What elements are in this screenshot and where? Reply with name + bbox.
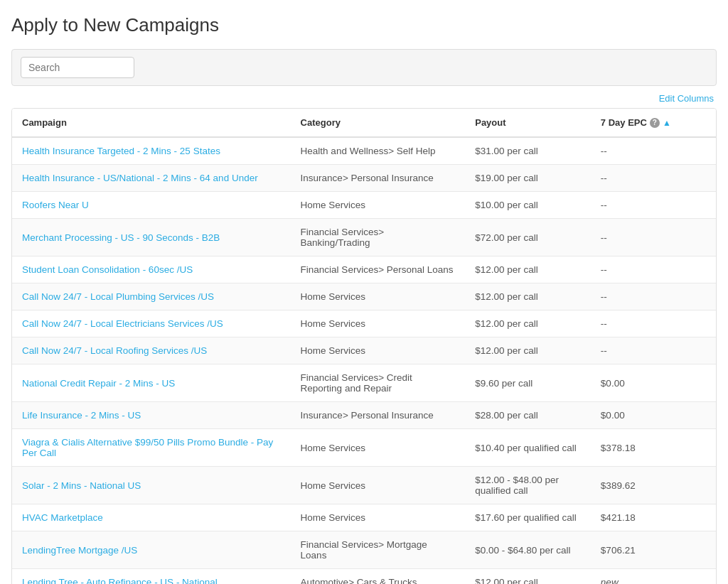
table-row: Viagra & Cialis Alternative $99/50 Pills… (12, 429, 716, 467)
7day-epc-cell: -- (591, 192, 681, 219)
extra-cell (681, 402, 716, 429)
payout-cell: $28.00 per call (465, 402, 591, 429)
7day-epc-help-icon[interactable]: ? (650, 118, 660, 128)
campaign-cell: Call Now 24/7 - Local Roofing Services /… (12, 337, 291, 364)
table-row: Call Now 24/7 - Local Roofing Services /… (12, 337, 716, 364)
campaign-link[interactable]: Student Loan Consolidation - 60sec /US (22, 264, 193, 275)
extra-cell (681, 219, 716, 256)
7day-epc-cell: $389.62 (591, 467, 681, 504)
payout-cell: $12.00 per call (465, 256, 591, 283)
campaign-cell: Roofers Near U (12, 192, 291, 219)
payout-cell: $12.00 per call (465, 569, 591, 585)
column-header-extra (681, 109, 716, 137)
7day-epc-cell: new (591, 569, 681, 585)
edit-columns-bar: Edit Columns (11, 93, 717, 104)
category-cell: Financial Services> Banking/Trading (291, 219, 466, 256)
extra-cell (681, 531, 716, 569)
table-row: Student Loan Consolidation - 60sec /USFi… (12, 256, 716, 283)
payout-cell: $10.00 per call (465, 192, 591, 219)
extra-cell (681, 429, 716, 467)
category-cell: Home Services (291, 192, 466, 219)
campaign-cell: Call Now 24/7 - Local Electricians Servi… (12, 310, 291, 337)
campaign-link[interactable]: Lending Tree - Auto Refinance - US - Nat… (22, 577, 218, 584)
payout-cell: $12.00 - $48.00 per qualified call (465, 467, 591, 504)
category-cell: Home Services (291, 283, 466, 310)
table-row: LendingTree Mortgage /USFinancial Servic… (12, 531, 716, 569)
search-input[interactable] (21, 57, 134, 78)
campaign-cell: LendingTree Mortgage /US (12, 531, 291, 569)
7day-epc-cell: -- (591, 219, 681, 256)
table-row: Solar - 2 Mins - National USHome Service… (12, 467, 716, 504)
campaign-link[interactable]: Merchant Processing - US - 90 Seconds - … (22, 232, 220, 243)
7day-epc-cell: $0.00 (591, 364, 681, 402)
category-cell: Financial Services> Credit Reporting and… (291, 364, 466, 402)
campaign-cell: National Credit Repair - 2 Mins - US (12, 364, 291, 402)
payout-cell: $10.40 per qualified call (465, 429, 591, 467)
category-cell: Home Services (291, 467, 466, 504)
category-cell: Insurance> Personal Insurance (291, 402, 466, 429)
payout-cell: $12.00 per call (465, 337, 591, 364)
table-row: National Credit Repair - 2 Mins - USFina… (12, 364, 716, 402)
extra-cell (681, 467, 716, 504)
campaign-link[interactable]: Call Now 24/7 - Local Roofing Services /… (22, 345, 207, 356)
page-container: Apply to New Campaigns Edit Columns Camp… (0, 0, 728, 584)
campaign-cell: Viagra & Cialis Alternative $99/50 Pills… (12, 429, 291, 467)
extra-cell (681, 569, 716, 585)
extra-cell (681, 165, 716, 192)
payout-cell: $12.00 per call (465, 283, 591, 310)
category-cell: Financial Services> Mortgage Loans (291, 531, 466, 569)
category-cell: Home Services (291, 504, 466, 531)
table-row: HVAC MarketplaceHome Services$17.60 per … (12, 504, 716, 531)
extra-cell (681, 364, 716, 402)
extra-cell (681, 337, 716, 364)
table-row: Roofers Near UHome Services$10.00 per ca… (12, 192, 716, 219)
category-cell: Health and Wellness> Self Help (291, 137, 466, 165)
payout-cell: $0.00 - $64.80 per call (465, 531, 591, 569)
campaign-cell: Health Insurance Targeted - 2 Mins - 25 … (12, 137, 291, 165)
payout-cell: $17.60 per qualified call (465, 504, 591, 531)
payout-cell: $9.60 per call (465, 364, 591, 402)
7day-epc-cell: $378.18 (591, 429, 681, 467)
table-header-row: Campaign Category Payout 7 Day EPC ? ▲ (12, 109, 716, 137)
7day-epc-sort-icon[interactable]: ▲ (663, 118, 671, 128)
payout-cell: $72.00 per call (465, 219, 591, 256)
campaign-link[interactable]: HVAC Marketplace (22, 512, 103, 523)
extra-cell (681, 192, 716, 219)
campaign-link[interactable]: Roofers Near U (22, 200, 89, 210)
campaigns-table: Campaign Category Payout 7 Day EPC ? ▲ (12, 109, 716, 584)
campaign-link[interactable]: Life Insurance - 2 Mins - US (22, 410, 141, 421)
7day-epc-cell: -- (591, 337, 681, 364)
campaign-link[interactable]: LendingTree Mortgage /US (22, 545, 137, 556)
campaign-link[interactable]: Call Now 24/7 - Local Electricians Servi… (22, 318, 223, 329)
edit-columns-link[interactable]: Edit Columns (659, 93, 714, 104)
campaign-cell: Student Loan Consolidation - 60sec /US (12, 256, 291, 283)
column-header-payout: Payout (465, 109, 591, 137)
7day-epc-cell: $421.18 (591, 504, 681, 531)
7day-epc-cell: -- (591, 283, 681, 310)
campaign-link[interactable]: Call Now 24/7 - Local Plumbing Services … (22, 291, 214, 302)
page-title: Apply to New Campaigns (11, 14, 717, 36)
extra-cell (681, 504, 716, 531)
campaign-cell: Solar - 2 Mins - National US (12, 467, 291, 504)
extra-cell (681, 283, 716, 310)
category-cell: Automotive> Cars & Trucks (291, 569, 466, 585)
7day-epc-cell: $706.21 (591, 531, 681, 569)
table-container: Campaign Category Payout 7 Day EPC ? ▲ (11, 108, 717, 584)
search-bar-wrapper (11, 49, 717, 86)
payout-cell: $19.00 per call (465, 165, 591, 192)
campaign-link[interactable]: National Credit Repair - 2 Mins - US (22, 378, 175, 389)
campaign-cell: Health Insurance - US/National - 2 Mins … (12, 165, 291, 192)
campaign-cell: Lending Tree - Auto Refinance - US - Nat… (12, 569, 291, 585)
campaign-link[interactable]: Viagra & Cialis Alternative $99/50 Pills… (22, 437, 273, 458)
campaign-link[interactable]: Health Insurance Targeted - 2 Mins - 25 … (22, 146, 220, 156)
table-row: Merchant Processing - US - 90 Seconds - … (12, 219, 716, 256)
7day-epc-cell: -- (591, 165, 681, 192)
table-row: Health Insurance - US/National - 2 Mins … (12, 165, 716, 192)
campaign-link[interactable]: Solar - 2 Mins - National US (22, 480, 141, 491)
category-cell: Home Services (291, 310, 466, 337)
campaign-link[interactable]: Health Insurance - US/National - 2 Mins … (22, 173, 258, 183)
campaign-cell: Life Insurance - 2 Mins - US (12, 402, 291, 429)
7day-epc-cell: -- (591, 310, 681, 337)
column-header-campaign: Campaign (12, 109, 291, 137)
extra-cell (681, 137, 716, 165)
